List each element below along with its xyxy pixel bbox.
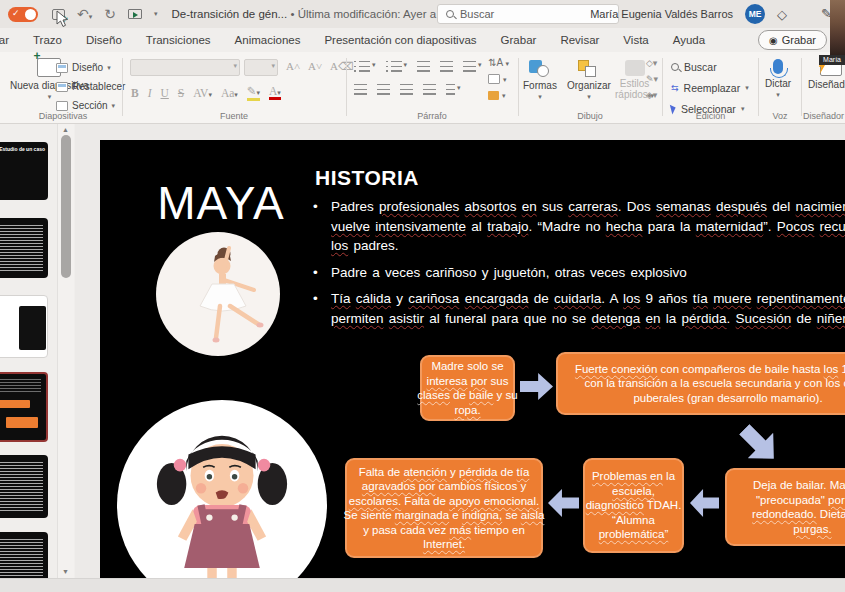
title-bar: ✓ ↶▾ ↻ ▾ De-transición de gén... • Últim… [0, 0, 845, 28]
bold-button[interactable]: B [131, 87, 139, 99]
grow-font-button[interactable]: A˄ [283, 60, 303, 72]
change-case-button[interactable]: Aa▾ [221, 87, 238, 99]
arrange-icon [578, 60, 600, 78]
meet-now-icon[interactable]: ◇ [777, 7, 787, 22]
find-icon [671, 63, 679, 71]
smartart-button[interactable]: ▾ [488, 89, 509, 100]
slide-thumbnail-3[interactable] [0, 295, 48, 358]
avatar[interactable]: ME [745, 4, 765, 24]
char-spacing-button[interactable]: AV▾ [193, 87, 212, 99]
tab-insertar[interactable]: Insertar [0, 30, 21, 50]
girl-illustration [117, 400, 327, 578]
user-name[interactable]: María Eugenia Valdés Barros [590, 8, 733, 20]
slide-heading[interactable]: HISTORIA [315, 166, 419, 190]
justify-button[interactable] [423, 84, 436, 95]
find-button[interactable]: Buscar [671, 58, 749, 76]
dictate-button[interactable]: Dictar▾ [765, 59, 791, 100]
replace-button[interactable]: ⇆Reemplazar▾ [671, 79, 749, 97]
arrange-button[interactable]: Organizar▾ [567, 60, 611, 102]
girl-on-scale-image[interactable] [117, 400, 327, 578]
line-spacing-button[interactable]: ▾ [463, 61, 482, 72]
ribbon-tab-row: InsertarTrazoDiseñoTransicionesAnimacion… [0, 28, 845, 52]
tab-trazo[interactable]: Trazo [21, 30, 74, 50]
record-icon: ◉ [769, 35, 778, 46]
replace-icon: ⇆ [671, 83, 679, 93]
tab-revisar[interactable]: Revisar [548, 30, 611, 50]
undo-icon[interactable]: ↶▾ [77, 6, 92, 22]
reset-icon [56, 82, 68, 92]
align-center-button[interactable] [377, 84, 390, 95]
align-right-button[interactable] [400, 84, 413, 95]
tab-grabar[interactable]: Grabar [489, 30, 549, 50]
section-icon [56, 101, 68, 111]
slide-thumbnail-4-selected[interactable] [0, 372, 48, 442]
italic-button[interactable]: I [148, 87, 152, 99]
highlight-button[interactable]: ✎▾ [247, 84, 260, 101]
quick-access-toolbar: ↶▾ ↻ ▾ [52, 6, 158, 22]
quick-styles-icon [625, 60, 645, 76]
columns-button[interactable]: ▾ [446, 84, 461, 95]
shape-fill-button[interactable]: ◇▾ [646, 58, 658, 68]
font-name-combo[interactable] [130, 59, 240, 76]
scroll-up-icon[interactable]: ▲ [62, 126, 69, 133]
scrollbar-thumb[interactable] [61, 135, 71, 278]
shrink-font-button[interactable]: A˅ [305, 60, 325, 72]
numbered-list-button[interactable]: ▾ [386, 61, 408, 72]
shapes-button[interactable]: Formas▾ [523, 60, 557, 102]
user-photo-strip [830, 0, 845, 55]
microphone-icon [773, 59, 783, 74]
tab-animaciones[interactable]: Animaciones [223, 30, 313, 50]
workspace: Estudio de un caso [0, 124, 845, 578]
arrow-left-icon-1 [548, 489, 579, 517]
font-color-button[interactable]: A▾ [269, 85, 281, 100]
toggle-knob [25, 9, 36, 20]
thumbnail-scrollbar[interactable]: ▲ ▼ [57, 124, 74, 578]
ballerina-image[interactable] [156, 232, 280, 356]
record-button[interactable]: ◉ Grabar [758, 30, 827, 50]
text-direction-button[interactable]: ⇅A ▾ [488, 57, 509, 68]
layout-button[interactable]: Diseño▾ [56, 59, 125, 76]
align-left-button[interactable] [354, 84, 367, 95]
reset-button[interactable]: Restablecer [56, 78, 125, 95]
search-icon [446, 10, 454, 18]
redo-icon[interactable]: ↻ [104, 6, 116, 22]
tab-diseño[interactable]: Diseño [74, 30, 134, 50]
autosave-toggle[interactable]: ✓ [8, 7, 38, 22]
slide-thumbnail-1[interactable]: Estudio de un caso [0, 142, 48, 200]
flow-box-2[interactable]: Fuerte conexión con compañeros de baile … [556, 352, 845, 415]
strikethrough-button[interactable]: S [178, 87, 184, 99]
slide-thumbnail-2[interactable] [0, 218, 48, 278]
group-label-paragraph: Párrafo [347, 111, 517, 121]
tab-ayuda[interactable]: Ayuda [661, 30, 717, 50]
flow-box-3[interactable]: Deja de bailar. Madre e"preocupada" por … [725, 468, 845, 546]
tab-vista[interactable]: Vista [611, 30, 660, 50]
shape-effects-button[interactable]: ◈▾ [646, 90, 658, 100]
shape-outline-button[interactable]: ✎▾ [646, 74, 658, 84]
flow-box-5[interactable]: Falta de atención y pérdida de tíaagrava… [345, 458, 543, 558]
underline-button[interactable]: U [161, 87, 169, 99]
tab-transiciones[interactable]: Transiciones [134, 30, 223, 50]
group-label-editing: Edición [663, 111, 758, 121]
slide-name-title[interactable]: MAYA [146, 176, 296, 230]
slideshow-icon[interactable] [128, 9, 142, 19]
customize-qat-icon[interactable]: ▾ [154, 10, 158, 18]
shapes-icon [529, 60, 551, 78]
increase-indent-button[interactable] [440, 61, 453, 72]
arrow-diagonal-icon [731, 416, 786, 471]
arrow-left-icon-2 [690, 489, 719, 517]
align-text-button[interactable]: ▾ [488, 73, 509, 84]
flow-box-4[interactable]: Problemas en laescuela,diagnostico TDAH.… [583, 458, 684, 553]
slide-thumbnail-5[interactable] [0, 455, 48, 518]
slide-canvas[interactable]: MAYA HISTORIA •Padres profesional [100, 140, 845, 578]
bullet-list-button[interactable]: ▾ [354, 61, 376, 72]
flow-box-1[interactable]: Madre solo seinteresa por susclases de b… [420, 355, 515, 421]
layout-icon [56, 63, 68, 73]
slide-body-text[interactable]: •Padres profesionales absortos en sus ca… [313, 197, 845, 335]
scroll-down-icon[interactable]: ▼ [62, 568, 69, 575]
decrease-indent-button[interactable] [417, 61, 430, 72]
save-icon[interactable] [52, 9, 65, 20]
tab-presentación-con-diapositivas[interactable]: Presentación con diapositivas [312, 30, 488, 50]
group-label-designer: Diseñador [802, 111, 845, 121]
font-size-combo[interactable] [244, 59, 278, 76]
group-label-voice: Voz [759, 111, 801, 121]
